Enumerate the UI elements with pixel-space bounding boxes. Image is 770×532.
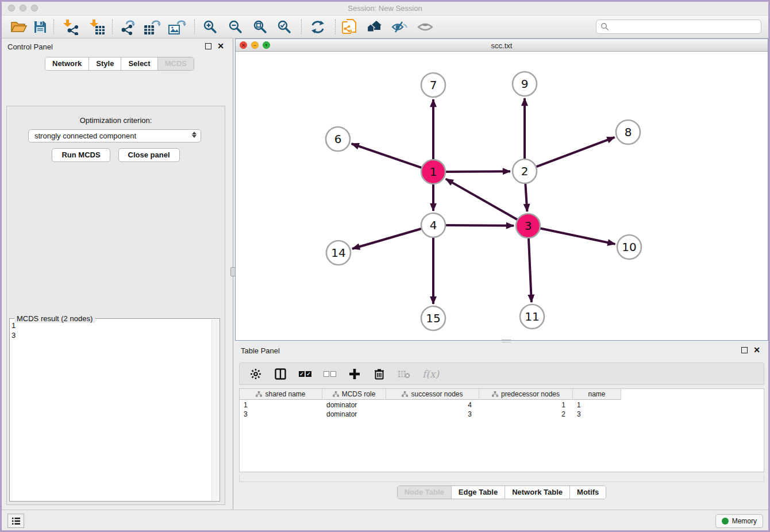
search-field[interactable] (596, 20, 761, 34)
toolbar-separator (112, 20, 113, 34)
graph-node-7[interactable]: 7 (421, 73, 445, 97)
deselect-all-icon[interactable] (324, 368, 336, 380)
cell-shared_name[interactable]: 3 (240, 410, 322, 419)
zoom-selected-icon[interactable] (275, 19, 294, 35)
run-mcds-button[interactable]: Run MCDS (52, 148, 110, 162)
column-header-predecessor-nodes[interactable]: predecessor nodes (479, 389, 573, 400)
toolbar-separator (53, 20, 54, 34)
cell-shared_name[interactable]: 1 (240, 400, 322, 410)
application-window: Session: New Session (0, 0, 770, 532)
cell-successor_nodes[interactable]: 3 (386, 410, 479, 419)
memory-label: Memory (732, 517, 757, 525)
cell-name[interactable]: 1 (573, 400, 621, 410)
cell-mcds_role[interactable]: dominator (322, 400, 386, 410)
graph-edge-3-10[interactable] (538, 228, 615, 244)
cell-mcds_role[interactable]: dominator (322, 410, 386, 419)
network-graph[interactable]: 7968124314101511 (236, 52, 768, 341)
graph-edge-4-14[interactable] (352, 228, 424, 249)
optimization-criterion-label: Optimization criterion: (7, 116, 225, 125)
task-history-button[interactable] (7, 514, 24, 528)
graph-node-8[interactable]: 8 (616, 120, 640, 144)
tab-select[interactable]: Select (121, 57, 157, 70)
network-file-icon[interactable] (340, 19, 359, 35)
zoom-in-icon[interactable] (201, 19, 220, 35)
graph-node-14[interactable]: 14 (326, 241, 351, 265)
open-file-icon[interactable] (9, 19, 29, 35)
add-column-icon[interactable] (348, 368, 361, 380)
result-scrollbar[interactable] (211, 319, 219, 500)
graph-edge-2-8[interactable] (534, 137, 615, 168)
mcds-result-text[interactable]: 1 3 (11, 321, 210, 499)
graph-edge-1-6[interactable] (352, 144, 424, 168)
memory-button[interactable]: Memory (715, 514, 763, 528)
network-window-titlebar[interactable]: ✕ − + scc.txt (236, 39, 768, 52)
svg-text:1: 1 (430, 165, 437, 179)
table-close-icon[interactable]: ✕ (753, 345, 760, 354)
hide-labels-icon[interactable] (390, 19, 409, 35)
select-all-icon[interactable]: ✓✓ (299, 368, 311, 380)
tab-mcds[interactable]: MCDS (158, 57, 194, 70)
tab-motifs[interactable]: Motifs (570, 486, 606, 499)
column-header-name[interactable]: name (573, 389, 621, 400)
graph-node-4[interactable]: 4 (421, 213, 445, 237)
svg-text:15: 15 (426, 311, 440, 325)
table-row[interactable]: 3dominator323 (240, 410, 621, 419)
close-panel-button[interactable]: Close panel (118, 148, 180, 162)
import-table-icon[interactable] (87, 19, 107, 35)
close-panel-icon[interactable]: ✕ (217, 41, 224, 51)
tab-network-table[interactable]: Network Table (505, 486, 570, 499)
graph-node-1[interactable]: 1 (421, 160, 445, 184)
graph-node-15[interactable]: 15 (421, 306, 445, 330)
mcds-buttons-row: Run MCDS Close panel (7, 148, 225, 162)
show-graphics-icon[interactable] (415, 19, 435, 35)
home-icon[interactable] (365, 19, 384, 35)
control-panel-tabs: Network Style Select MCDS (45, 57, 194, 71)
graph-node-10[interactable]: 10 (617, 235, 641, 259)
tab-node-table[interactable]: Node Table (398, 486, 452, 499)
table-hscrollbar[interactable] (239, 475, 764, 482)
column-header-successor-nodes[interactable]: successor nodes (386, 389, 479, 400)
criterion-select[interactable]: strongly connected component (28, 129, 201, 142)
svg-text:2: 2 (521, 164, 529, 178)
export-network-icon[interactable] (118, 19, 138, 35)
graph-edge-3-11[interactable] (529, 236, 532, 302)
columns-icon[interactable] (274, 368, 287, 380)
tab-style[interactable]: Style (89, 57, 121, 70)
cell-successor_nodes[interactable]: 4 (386, 400, 479, 410)
column-type-icon (492, 391, 498, 397)
graph-edge-1-2[interactable] (443, 171, 510, 172)
refresh-icon[interactable] (308, 19, 328, 35)
import-network-icon[interactable] (61, 19, 80, 35)
search-icon (600, 22, 609, 31)
table-settings-icon[interactable] (249, 368, 262, 380)
mcds-result-group: MCDS result (2 nodes) 1 3 (9, 318, 220, 502)
zoom-fit-icon[interactable] (251, 19, 270, 35)
column-header-shared-name[interactable]: shared name (240, 389, 322, 400)
graph-edge-4-3[interactable] (443, 225, 514, 226)
float-panel-icon[interactable] (205, 43, 211, 49)
zoom-out-icon[interactable] (226, 19, 245, 35)
graph-node-3[interactable]: 3 (516, 214, 540, 238)
graph-node-6[interactable]: 6 (326, 127, 350, 151)
graph-edge-3-1[interactable] (446, 179, 520, 221)
svg-text:10: 10 (622, 240, 636, 254)
save-session-icon[interactable] (30, 19, 50, 35)
column-header-MCDS-role[interactable]: MCDS role (322, 389, 386, 400)
table-float-icon[interactable] (741, 347, 748, 353)
export-table-icon[interactable] (143, 19, 162, 35)
cell-predecessor_nodes[interactable]: 1 (479, 400, 573, 410)
graph-node-9[interactable]: 9 (513, 72, 537, 96)
delete-column-icon[interactable] (373, 368, 386, 380)
network-canvas[interactable]: 7968124314101511 (236, 52, 768, 340)
search-input[interactable] (609, 22, 761, 31)
export-image-icon[interactable] (167, 19, 187, 35)
table-row[interactable]: 1dominator411 (240, 400, 621, 410)
graph-node-11[interactable]: 11 (520, 304, 544, 329)
cell-predecessor_nodes[interactable]: 2 (479, 410, 573, 419)
tab-network[interactable]: Network (45, 57, 89, 70)
cell-name[interactable]: 3 (573, 410, 621, 419)
graph-edge-2-3[interactable] (525, 181, 527, 211)
tab-edge-table[interactable]: Edge Table (452, 486, 505, 499)
graph-node-2[interactable]: 2 (513, 159, 537, 183)
frame-resize-handle[interactable] (502, 340, 511, 342)
